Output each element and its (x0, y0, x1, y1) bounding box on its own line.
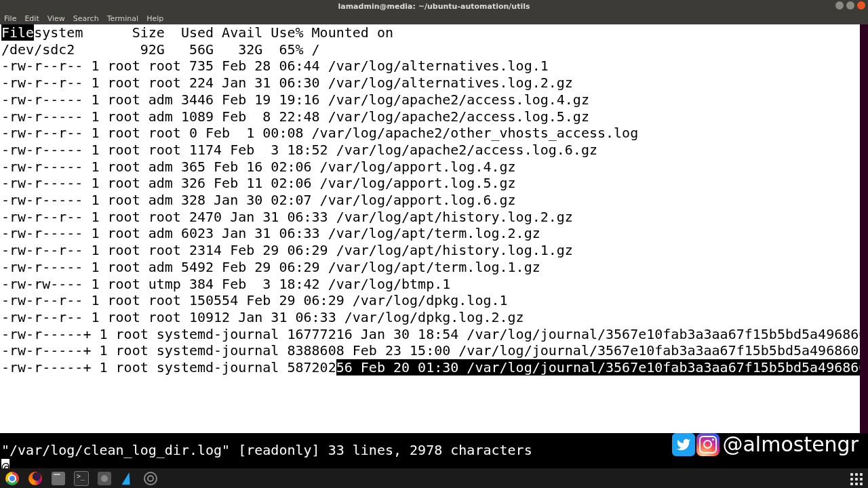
menu-search[interactable]: Search (73, 14, 99, 23)
taskbar-obs-icon[interactable] (142, 470, 159, 487)
window-title: lamadmin@media: ~/ubuntu-automation/util… (338, 2, 530, 11)
ls-row: -rw-r----- 1 root adm 328 Jan 30 02:07 /… (1, 192, 516, 208)
ls-row: -rw-r--r-- 1 root root 735 Feb 28 06:44 … (1, 58, 549, 74)
close-button[interactable] (857, 1, 865, 9)
taskbar-firefox-icon[interactable] (27, 470, 43, 487)
ls-row: -rw-r--r-- 1 root root 10912 Jan 31 06:3… (1, 309, 524, 325)
taskbar-files-icon[interactable] (50, 470, 66, 487)
twitter-icon (672, 433, 695, 456)
ls-row: -rw-r----- 1 root adm 326 Feb 11 02:06 /… (1, 175, 516, 191)
taskbar-chrome-icon[interactable] (4, 470, 20, 487)
instagram-icon (696, 433, 719, 456)
df-row: /dev/sdc2 92G 56G 32G 65% / (1, 41, 320, 58)
ls-row: -rw-r--r-- 1 root root 150554 Feb 29 06:… (1, 292, 508, 308)
taskbar-screenshot-icon[interactable] (96, 470, 113, 487)
ls-row: -rw-r----- 1 root adm 365 Feb 16 02:06 /… (1, 159, 516, 175)
ls-row: -rw-r-----+ 1 root systemd-journal 83886… (1, 342, 868, 359)
menubar: File Edit View Search Terminal Help (0, 13, 868, 24)
ls-row: -rw-r--r-- 1 root root 2314 Feb 29 06:29… (1, 242, 573, 258)
watermark: @almostengr (672, 432, 859, 456)
menu-terminal[interactable]: Terminal (107, 14, 139, 23)
ls-row: -rw-rw---- 1 root utmp 384 Feb 3 18:42 /… (1, 276, 450, 292)
taskbar (0, 468, 868, 488)
taskbar-terminal-icon[interactable] (73, 470, 90, 487)
window-titlebar: lamadmin@media: ~/ubuntu-automation/util… (0, 0, 868, 13)
ls-row: -rw-r----- 1 root adm 1089 Feb 8 22:48 /… (1, 108, 589, 125)
ls-row: -rw-r----- 1 root root 1174 Feb 3 18:52 … (1, 142, 597, 158)
menu-edit[interactable]: Edit (24, 14, 39, 23)
ls-row: -rw-r----- 1 root adm 6023 Jan 31 06:33 … (1, 225, 540, 241)
menu-view[interactable]: View (47, 14, 65, 23)
df-header-highlight: File (1, 24, 34, 41)
ls-row: -rw-r-----+ 1 root systemd-journal 16777… (1, 326, 868, 342)
terminal-viewport[interactable]: Filesystem Size Used Avail Use% Mounted … (0, 24, 868, 433)
taskbar-vscode-icon[interactable] (119, 470, 136, 487)
menu-file[interactable]: File (4, 14, 16, 23)
vim-status-line: "/var/log/clean_log_dir.log" [readonly] … (1, 442, 532, 458)
app-grid-icon[interactable] (849, 472, 864, 487)
ls-row: -rw-r--r-- 1 root root 0 Feb 1 00:08 /va… (1, 125, 638, 141)
ls-row: -rw-r----- 1 root adm 5492 Feb 29 06:29 … (1, 259, 540, 275)
menu-help[interactable]: Help (146, 14, 163, 23)
window-controls (835, 1, 865, 9)
minimize-button[interactable] (835, 1, 844, 9)
ls-row: -rw-r--r-- 1 root root 2470 Jan 31 06:33… (1, 209, 573, 225)
ls-row-highlighted: -rw-r-----+ 1 root systemd-journal 58720… (1, 359, 868, 375)
maximize-button[interactable] (846, 1, 854, 9)
ls-row: -rw-r--r-- 1 root root 224 Jan 31 06:30 … (1, 75, 573, 91)
watermark-handle: @almostengr (722, 432, 859, 456)
df-header-rest: system Size Used Avail Use% Mounted on (34, 24, 393, 41)
ls-row: -rw-r----- 1 root adm 3446 Feb 19 19:16 … (1, 92, 589, 108)
